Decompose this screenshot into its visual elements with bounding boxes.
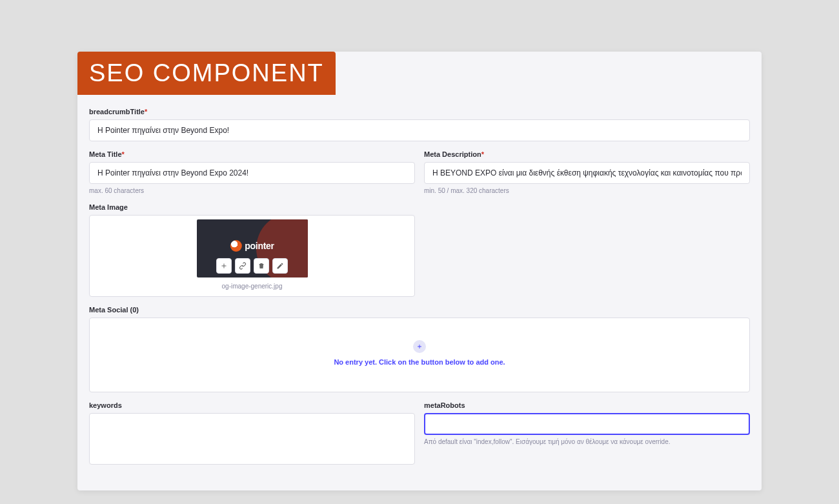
input-meta-robots[interactable] [424,413,750,435]
image-logo: pointer [230,240,274,252]
label-keywords: keywords [89,401,415,409]
card-header: SEO COMPONENT [77,52,336,95]
label-meta-social: Meta Social (0) [89,306,750,314]
card-title: SEO COMPONENT [89,59,324,86]
hint-meta-description: min. 50 / max. 320 characters [424,187,750,194]
hint-meta-title: max. 60 characters [89,187,415,194]
image-upload-box: pointer [89,215,415,297]
field-meta-title: Meta Title* max. 60 characters [89,150,415,194]
edit-image-button[interactable] [272,258,288,274]
required-marker: * [481,150,484,158]
label-meta-image: Meta Image [89,203,415,211]
image-actions [216,258,288,274]
label-breadcrumb: breadcrumbTitle* [89,108,750,116]
field-breadcrumb: breadcrumbTitle* [89,108,750,141]
field-meta-robots: metaRobots Από default είναι "index,foll… [424,401,750,445]
logo-mark-icon [230,240,241,252]
input-meta-title[interactable] [89,162,415,184]
input-meta-description[interactable] [424,162,750,184]
input-keywords[interactable] [89,413,415,465]
add-image-button[interactable] [216,258,232,274]
input-breadcrumb[interactable] [89,119,750,141]
seo-component-card: SEO COMPONENT breadcrumbTitle* Meta Titl… [77,52,762,490]
field-keywords: keywords [89,401,415,467]
hint-meta-robots: Από default είναι "index,follow". Εισάγο… [424,438,750,445]
label-meta-title: Meta Title* [89,150,415,158]
meta-social-box: No entry yet. Click on the button below … [89,318,750,392]
field-meta-image: Meta Image pointer [89,203,415,297]
label-meta-description: Meta Description* [424,150,750,158]
image-preview: pointer [197,219,308,277]
required-marker: * [122,150,125,158]
field-meta-social: Meta Social (0) No entry yet. Click on t… [89,306,750,392]
label-meta-robots: metaRobots [424,401,750,409]
form-body: breadcrumbTitle* Meta Title* max. 60 cha… [77,95,762,490]
add-social-button[interactable] [413,340,426,353]
plus-icon [416,343,423,350]
link-icon [239,262,247,270]
link-image-button[interactable] [235,258,250,274]
trash-icon [258,262,265,270]
delete-image-button[interactable] [254,258,269,274]
image-filename: og-image-generic.jpg [222,283,283,290]
empty-message: No entry yet. Click on the button below … [334,358,505,366]
logo-text: pointer [245,241,274,251]
field-meta-description: Meta Description* min. 50 / max. 320 cha… [424,150,750,194]
plus-icon [220,262,228,270]
required-marker: * [145,108,147,116]
pencil-icon [276,262,284,270]
